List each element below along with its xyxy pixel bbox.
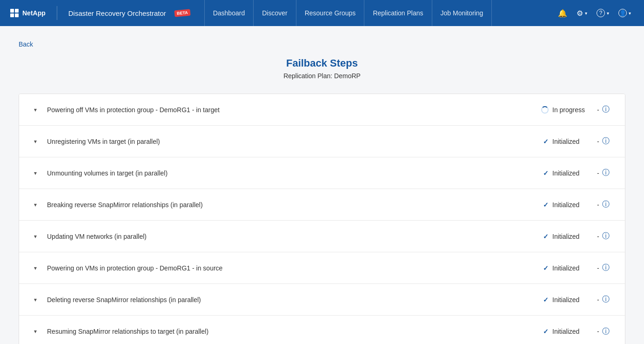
step-status: ✓ Initialized bbox=[515, 169, 590, 177]
step-expand-btn[interactable]: ▾ bbox=[28, 170, 42, 176]
user-chevron: ▾ bbox=[629, 11, 631, 16]
step-dash: - bbox=[597, 169, 599, 177]
step-name: Updating VM networks (in parallel) bbox=[42, 233, 515, 240]
step-name: Breaking reverse SnapMirror relationship… bbox=[42, 201, 515, 209]
step-expand-btn[interactable]: ▾ bbox=[28, 233, 42, 240]
step-actions: - ⓘ bbox=[597, 263, 616, 273]
netapp-logo: NetApp bbox=[9, 8, 46, 18]
step-expand-btn[interactable]: ▾ bbox=[28, 138, 42, 145]
spinner-icon bbox=[541, 106, 549, 114]
step-actions: - ⓘ bbox=[597, 136, 616, 146]
step-row: ▾Updating VM networks (in parallel) ✓ In… bbox=[19, 221, 625, 252]
status-label: In progress bbox=[552, 106, 590, 114]
step-dash: - bbox=[597, 233, 599, 240]
settings-chevron: ▾ bbox=[585, 11, 587, 16]
nav-replication-plans[interactable]: Replication Plans bbox=[364, 0, 432, 26]
check-icon: ✓ bbox=[543, 233, 549, 240]
step-actions: - ⓘ bbox=[597, 200, 616, 209]
step-row: ▾Powering off VMs in protection group - … bbox=[19, 94, 625, 126]
step-status: ✓ Initialized bbox=[515, 233, 590, 240]
step-row: ▾Powering on VMs in protection group - D… bbox=[19, 252, 625, 284]
step-expand-btn[interactable]: ▾ bbox=[28, 328, 42, 335]
nav-job-monitoring[interactable]: Job Monitoring bbox=[432, 0, 492, 26]
notification-icon: 🔔 bbox=[558, 9, 567, 18]
step-name: Resuming SnapMirror relationships to tar… bbox=[42, 328, 515, 335]
step-status: ✓ Initialized bbox=[515, 201, 590, 209]
info-icon[interactable]: ⓘ bbox=[602, 295, 610, 304]
main-nav: Dashboard Discover Resource Groups Repli… bbox=[204, 0, 554, 26]
svg-rect-3 bbox=[15, 13, 19, 17]
info-icon[interactable]: ⓘ bbox=[602, 136, 610, 146]
step-actions: - ⓘ bbox=[597, 231, 616, 241]
navbar-actions: 🔔 ⚙ ▾ ? ▾ 👤 ▾ bbox=[554, 6, 635, 20]
app-name: Disaster Recovery Orchestrator bbox=[68, 9, 166, 17]
steps-container: ▾Powering off VMs in protection group - … bbox=[19, 94, 625, 344]
navbar: NetApp Disaster Recovery Orchestrator BE… bbox=[0, 0, 644, 26]
step-dash: - bbox=[597, 296, 599, 304]
brand: NetApp Disaster Recovery Orchestrator BE… bbox=[9, 6, 190, 20]
step-dash: - bbox=[597, 264, 599, 272]
check-icon: ✓ bbox=[543, 296, 549, 304]
status-label: Initialized bbox=[552, 138, 590, 145]
step-actions: - ⓘ bbox=[597, 168, 616, 178]
info-icon[interactable]: ⓘ bbox=[602, 327, 610, 337]
step-status: ✓ Initialized bbox=[515, 328, 590, 335]
page-subtitle: Replication Plan: DemoRP bbox=[19, 72, 625, 80]
page-header: Failback Steps Replication Plan: DemoRP bbox=[19, 57, 625, 80]
step-row: ▾Unmounting volumes in target (in parall… bbox=[19, 157, 625, 189]
nav-resource-groups[interactable]: Resource Groups bbox=[296, 0, 365, 26]
netapp-icon bbox=[9, 8, 20, 18]
status-label: Initialized bbox=[552, 328, 590, 335]
user-button[interactable]: 👤 ▾ bbox=[615, 6, 635, 20]
status-label: Initialized bbox=[552, 264, 590, 272]
help-button[interactable]: ? ▾ bbox=[593, 6, 613, 20]
check-icon: ✓ bbox=[543, 328, 549, 335]
step-actions: - ⓘ bbox=[597, 105, 616, 115]
help-chevron: ▾ bbox=[607, 11, 609, 16]
info-icon[interactable]: ⓘ bbox=[602, 231, 610, 241]
status-label: Initialized bbox=[552, 169, 590, 177]
info-icon[interactable]: ⓘ bbox=[602, 168, 610, 178]
step-expand-btn[interactable]: ▾ bbox=[28, 297, 42, 303]
nav-discover[interactable]: Discover bbox=[254, 0, 296, 26]
info-icon[interactable]: ⓘ bbox=[602, 105, 610, 115]
step-row: ▾Resuming SnapMirror relationships to ta… bbox=[19, 316, 625, 344]
step-status: ✓ Initialized bbox=[515, 138, 590, 145]
main-content: Back Failback Steps Replication Plan: De… bbox=[0, 26, 644, 344]
step-status: ✓ Initialized bbox=[515, 296, 590, 304]
step-expand-btn[interactable]: ▾ bbox=[28, 202, 42, 208]
step-dash: - bbox=[597, 328, 599, 335]
step-name: Powering on VMs in protection group - De… bbox=[42, 264, 515, 272]
step-dash: - bbox=[597, 106, 599, 114]
step-expand-btn[interactable]: ▾ bbox=[28, 107, 42, 113]
check-icon: ✓ bbox=[543, 138, 549, 145]
svg-rect-0 bbox=[10, 9, 14, 13]
step-name: Unmounting volumes in target (in paralle… bbox=[42, 169, 515, 177]
status-label: Initialized bbox=[552, 201, 590, 209]
step-name: Unregistering VMs in target (in parallel… bbox=[42, 138, 515, 145]
page-title: Failback Steps bbox=[19, 57, 625, 69]
nav-dashboard[interactable]: Dashboard bbox=[204, 0, 254, 26]
step-actions: - ⓘ bbox=[597, 295, 616, 304]
step-name: Powering off VMs in protection group - D… bbox=[42, 106, 515, 114]
step-expand-btn[interactable]: ▾ bbox=[28, 265, 42, 271]
check-icon: ✓ bbox=[543, 201, 549, 209]
info-icon[interactable]: ⓘ bbox=[602, 200, 610, 209]
info-icon[interactable]: ⓘ bbox=[602, 263, 610, 273]
step-name: Deleting reverse SnapMirror relationship… bbox=[42, 296, 515, 304]
check-icon: ✓ bbox=[543, 264, 549, 272]
step-status: In progress bbox=[515, 106, 590, 114]
step-actions: - ⓘ bbox=[597, 327, 616, 337]
settings-button[interactable]: ⚙ ▾ bbox=[573, 6, 591, 20]
step-row: ▾Deleting reverse SnapMirror relationshi… bbox=[19, 284, 625, 316]
notifications-button[interactable]: 🔔 bbox=[554, 6, 571, 20]
step-row: ▾Breaking reverse SnapMirror relationshi… bbox=[19, 189, 625, 221]
back-link[interactable]: Back bbox=[19, 40, 33, 48]
step-dash: - bbox=[597, 201, 599, 209]
user-icon: 👤 bbox=[618, 9, 627, 17]
status-label: Initialized bbox=[552, 296, 590, 304]
step-row: ▾Unregistering VMs in target (in paralle… bbox=[19, 126, 625, 157]
netapp-text: NetApp bbox=[22, 9, 46, 17]
step-dash: - bbox=[597, 138, 599, 145]
check-icon: ✓ bbox=[543, 169, 549, 177]
